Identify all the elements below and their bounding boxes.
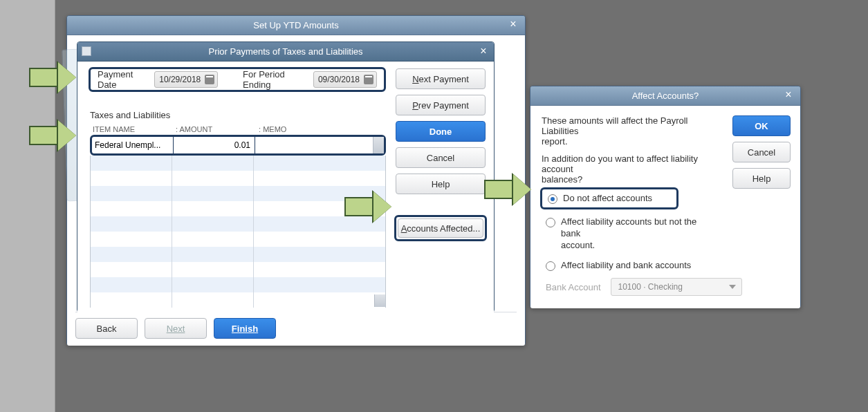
callout-arrow bbox=[344, 197, 373, 216]
done-button[interactable]: Done bbox=[396, 121, 486, 142]
col-memo: MEMO bbox=[263, 125, 286, 133]
radio-dot[interactable] bbox=[546, 261, 555, 271]
close-icon[interactable]: × bbox=[507, 19, 519, 31]
next-payment-button[interactable]: Next Payment bbox=[396, 68, 486, 89]
chevron-down-icon bbox=[729, 285, 736, 289]
cancel-button[interactable]: Cancel bbox=[396, 147, 486, 168]
callout-arrow bbox=[29, 126, 58, 145]
radio-affect-liability-and-bank[interactable]: Affect liability and bank accounts bbox=[546, 260, 719, 272]
liabilities-table: ITEM NAME : AMOUNT : MEMO Federal Unempl… bbox=[90, 125, 386, 308]
option-highlight: Do not affect accounts bbox=[540, 187, 678, 209]
radio-label: Do not affect accounts bbox=[563, 193, 652, 205]
bank-account-row: Bank Account 10100 · Checking bbox=[546, 278, 742, 296]
affect-accounts-dialog: Affect Accounts? × OK Cancel Help These … bbox=[530, 86, 801, 308]
dialog-titlebar: Affect Accounts? × bbox=[530, 86, 800, 106]
entry-row-highlight: Federal Unempl... 0.01 bbox=[90, 135, 386, 156]
info-text: These amounts will affect the Payroll Li… bbox=[542, 115, 720, 136]
calendar-icon[interactable] bbox=[205, 75, 214, 84]
window-title: Set Up YTD Amounts bbox=[253, 20, 338, 30]
callout-arrow bbox=[484, 180, 513, 199]
question-text: In addition do you want to affect liabil… bbox=[542, 153, 720, 174]
dates-highlight: Payment Date 10/29/2018 For Period Endin… bbox=[89, 67, 386, 92]
cell-memo[interactable] bbox=[255, 137, 384, 153]
table-body[interactable] bbox=[90, 156, 386, 308]
wizard-footer: Back Next Finish bbox=[75, 318, 276, 339]
ok-button[interactable]: OK bbox=[732, 115, 791, 136]
next-button: Next bbox=[145, 318, 207, 339]
period-ending-label: For Period Ending bbox=[243, 69, 306, 90]
dialog-title: Prior Payments of Taxes and Liabilities bbox=[208, 46, 362, 57]
scrollbar-down-icon[interactable] bbox=[374, 294, 385, 307]
radio-dot[interactable] bbox=[548, 194, 557, 204]
accounts-affected-button[interactable]: Accounts Affected... bbox=[398, 218, 483, 238]
bank-account-value: 10100 · Checking bbox=[618, 282, 683, 292]
taxes-liabilities-label: Taxes and Liabilities bbox=[90, 110, 170, 120]
bank-account-select: 10100 · Checking bbox=[611, 278, 742, 296]
radio-label: Affect liability and bank accounts bbox=[561, 260, 691, 272]
payment-date-label: Payment Date bbox=[98, 69, 147, 90]
radio-dot[interactable] bbox=[546, 218, 555, 227]
radio-label: Affect liability accounts but not the ba… bbox=[561, 216, 719, 252]
accounts-affected-highlight: Accounts Affected... bbox=[394, 215, 487, 241]
radio-affect-liability-only[interactable]: Affect liability accounts but not the ba… bbox=[546, 216, 719, 252]
dialog-side-buttons: Next Payment Prev Payment Done Cancel He… bbox=[396, 68, 486, 194]
finish-button[interactable]: Finish bbox=[214, 318, 276, 339]
table-header: ITEM NAME : AMOUNT : MEMO bbox=[90, 125, 386, 135]
radio-do-not-affect[interactable]: Do not affect accounts bbox=[548, 193, 652, 205]
dialog-title: Affect Accounts? bbox=[632, 91, 699, 101]
col-amount: AMOUNT bbox=[180, 125, 213, 133]
cancel-button[interactable]: Cancel bbox=[732, 142, 791, 162]
callout-arrow bbox=[29, 68, 58, 87]
system-menu-icon[interactable] bbox=[82, 46, 91, 56]
cell-item-name[interactable]: Federal Unempl... bbox=[92, 137, 174, 153]
help-button[interactable]: Help bbox=[396, 174, 486, 194]
close-icon[interactable]: × bbox=[477, 45, 490, 57]
question-text: balances? bbox=[542, 174, 720, 185]
window-titlebar: Set Up YTD Amounts × bbox=[67, 16, 525, 35]
back-button[interactable]: Back bbox=[75, 318, 138, 339]
close-icon[interactable]: × bbox=[782, 89, 795, 102]
affect-text-block: These amounts will affect the Payroll Li… bbox=[542, 115, 720, 185]
prior-payments-dialog: Prior Payments of Taxes and Liabilities … bbox=[77, 41, 495, 312]
payment-date-input[interactable]: 10/29/2018 bbox=[154, 71, 218, 88]
period-ending-input[interactable]: 09/30/2018 bbox=[313, 71, 377, 88]
dialog-titlebar: Prior Payments of Taxes and Liabilities … bbox=[77, 42, 494, 62]
calendar-icon[interactable] bbox=[364, 75, 373, 84]
page-left-strip bbox=[0, 0, 55, 412]
bank-account-label: Bank Account bbox=[546, 282, 601, 292]
scrollbar-thumb[interactable] bbox=[373, 137, 384, 153]
col-item-name: ITEM NAME bbox=[91, 125, 174, 133]
dialog-buttons: OK Cancel Help bbox=[732, 115, 791, 189]
cell-amount[interactable]: 0.01 bbox=[174, 137, 255, 153]
prev-payment-button[interactable]: Prev Payment bbox=[396, 95, 486, 115]
help-button[interactable]: Help bbox=[732, 168, 791, 189]
info-text: report. bbox=[542, 136, 720, 147]
